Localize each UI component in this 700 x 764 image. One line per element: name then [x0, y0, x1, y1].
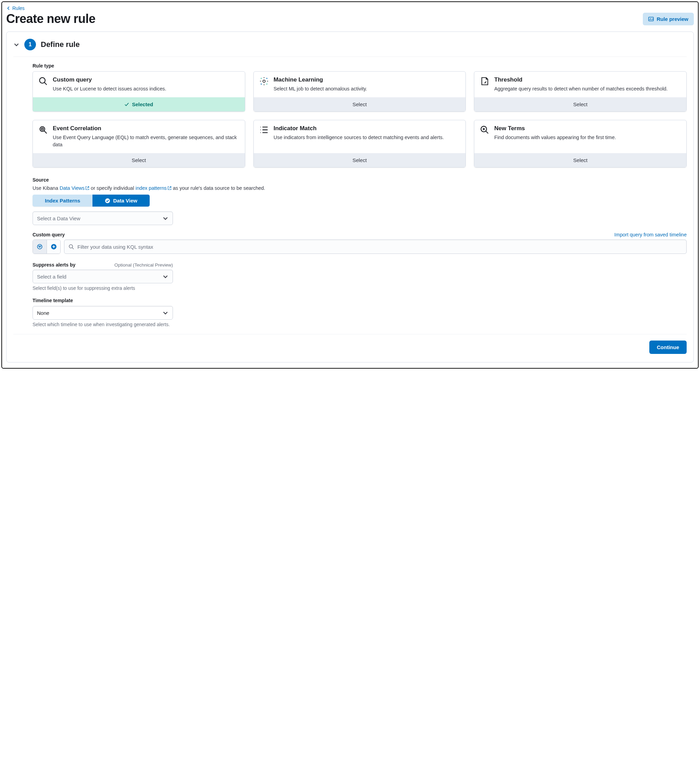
svg-point-2 [262, 80, 265, 83]
card-title: New Terms [494, 125, 616, 132]
timeline-help: Select which timeline to use when invest… [33, 322, 687, 327]
suppress-label: Suppress alerts by [33, 262, 75, 268]
ml-icon [259, 77, 269, 86]
step-title: Define rule [41, 40, 80, 49]
svg-point-10 [267, 81, 268, 81]
timeline-label: Timeline template [33, 298, 687, 303]
breadcrumb[interactable]: Rules [6, 5, 694, 11]
card-footer-select[interactable]: Select [474, 97, 686, 111]
search-icon [69, 244, 74, 249]
card-desc: Find documents with values appearing for… [494, 134, 616, 141]
chevron-down-icon [162, 310, 169, 316]
toggle-index-patterns[interactable]: Index Patterns [33, 194, 92, 207]
check-circle-icon [105, 198, 110, 204]
svg-point-1 [40, 78, 45, 83]
suppress-optional: Optional (Technical Preview) [114, 262, 173, 268]
svg-point-17 [69, 244, 73, 248]
data-view-select[interactable]: Select a Data View [33, 211, 173, 225]
data-views-link[interactable]: Data Views [59, 185, 89, 191]
chevron-down-icon [162, 215, 169, 221]
filter-icon [37, 244, 43, 250]
svg-point-8 [263, 84, 264, 85]
card-title: Threshold [494, 77, 667, 83]
card-new-terms[interactable]: New Terms Find documents with values app… [474, 120, 687, 168]
card-title: Machine Learning [273, 77, 367, 83]
svg-point-12 [41, 128, 44, 130]
card-event-correlation[interactable]: Event Correlation Use Event Query Langua… [33, 120, 245, 168]
svg-point-3 [261, 78, 262, 79]
query-input[interactable]: Filter your data using KQL syntax [64, 240, 687, 254]
index-patterns-link[interactable]: index patterns [136, 185, 172, 191]
external-link-icon [85, 186, 89, 190]
check-icon [124, 102, 129, 107]
source-label: Source [33, 177, 687, 183]
correlation-icon [38, 125, 48, 135]
zoom-in-icon [480, 125, 489, 135]
card-desc: Use indicators from intelligence sources… [273, 134, 444, 141]
threshold-icon [480, 77, 489, 86]
svg-point-5 [261, 84, 262, 85]
card-title: Indicator Match [273, 125, 444, 132]
breadcrumb-label: Rules [12, 5, 25, 11]
svg-point-11 [40, 127, 45, 132]
page-title: Create new rule [6, 12, 95, 26]
card-title: Event Correlation [53, 125, 239, 132]
rule-type-label: Rule type [33, 63, 687, 69]
chevron-down-icon [162, 273, 169, 280]
custom-query-label: Custom query [33, 232, 65, 237]
svg-point-7 [263, 77, 264, 78]
source-description: Use Kibana Data Views or specify individ… [33, 185, 687, 191]
card-desc: Aggregate query results to detect when n… [494, 85, 667, 92]
card-desc: Use KQL or Lucene to detect issues acros… [53, 85, 166, 92]
query-filter-buttons [33, 240, 61, 254]
card-desc: Use Event Query Language (EQL) to match … [53, 134, 239, 148]
card-desc: Select ML job to detect anomalous activi… [273, 85, 367, 92]
timeline-template-select[interactable]: None [33, 306, 173, 319]
svg-point-4 [266, 78, 267, 79]
toggle-data-view[interactable]: Data View [92, 194, 150, 207]
suppress-field-select[interactable]: Select a field [33, 269, 173, 283]
chevron-left-icon [6, 6, 11, 11]
step-header[interactable]: 1 Define rule [13, 39, 687, 57]
card-title: Custom query [53, 77, 166, 83]
svg-point-6 [266, 84, 267, 85]
card-footer-select[interactable]: Select [474, 153, 686, 167]
rule-type-cards: Custom query Use KQL or Lucene to detect… [33, 71, 687, 168]
card-indicator-match[interactable]: Indicator Match Use indicators from inte… [253, 120, 466, 168]
define-rule-panel: 1 Define rule Rule type Custom query Use… [6, 31, 694, 362]
filter-options-button[interactable] [33, 240, 47, 254]
plus-circle-icon [51, 244, 57, 250]
card-footer-selected: Selected [33, 97, 245, 111]
add-filter-button[interactable] [47, 240, 60, 254]
source-toggle-group: Index Patterns Data View [33, 194, 150, 207]
list-icon [259, 125, 269, 135]
card-machine-learning[interactable]: Machine Learning Select ML job to detect… [253, 71, 466, 112]
rule-preview-icon [648, 16, 654, 22]
card-custom-query[interactable]: Custom query Use KQL or Lucene to detect… [33, 71, 245, 112]
search-icon [38, 77, 48, 86]
card-footer-select[interactable]: Select [254, 153, 466, 167]
chevron-down-icon [13, 41, 20, 48]
card-threshold[interactable]: Threshold Aggregate query results to det… [474, 71, 687, 112]
svg-point-9 [260, 81, 261, 81]
rule-preview-button[interactable]: Rule preview [643, 13, 694, 25]
card-footer-select[interactable]: Select [33, 153, 245, 167]
import-query-link[interactable]: Import query from saved timeline [614, 232, 687, 237]
suppress-help: Select field(s) to use for suppressing e… [33, 285, 687, 291]
external-link-icon [167, 186, 172, 190]
continue-button[interactable]: Continue [649, 341, 687, 354]
step-number: 1 [24, 39, 36, 50]
card-footer-select[interactable]: Select [254, 97, 466, 111]
